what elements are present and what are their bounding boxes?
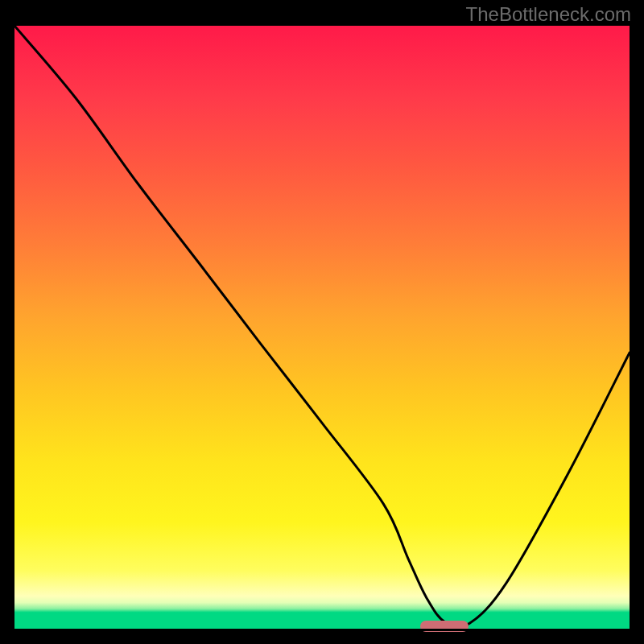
bottleneck-chart: TheBottleneck.com [0, 0, 644, 644]
watermark-text: TheBottleneck.com [466, 3, 631, 26]
x-axis-baseline [14, 629, 630, 631]
plot-gradient-background [14, 26, 630, 631]
